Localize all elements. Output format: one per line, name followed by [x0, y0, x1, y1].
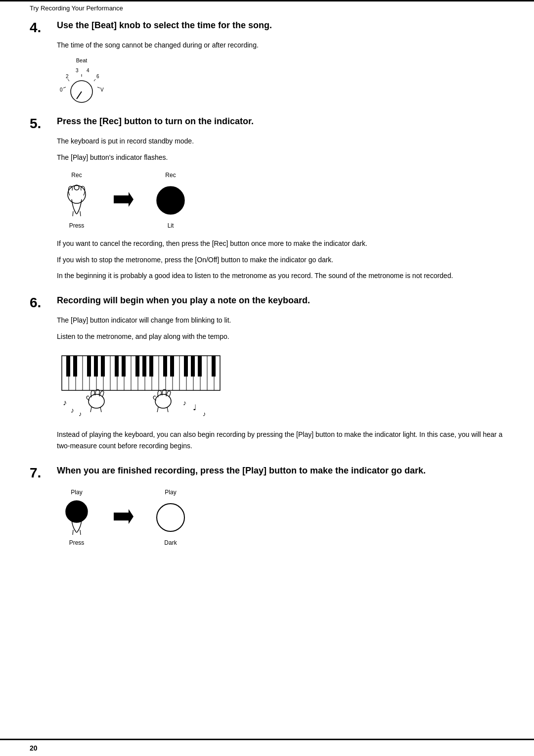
beat-knob-svg: 0 2 3 4 6 V: [57, 64, 106, 104]
press-label-play: Press: [69, 539, 85, 546]
left-hand-icon: [87, 389, 104, 412]
svg-rect-55: [184, 356, 188, 377]
step7-row: 7. When you are finished recording, pres…: [30, 465, 504, 480]
play-arrow-svg: [111, 507, 136, 526]
play-arrow-icon: [111, 507, 136, 528]
step6-text2: Listen to the metronome, and play along …: [57, 331, 504, 342]
step7-number: 7.: [30, 465, 57, 480]
step5-number: 5.: [30, 116, 57, 131]
svg-point-62: [155, 394, 171, 408]
svg-text:♪: ♪: [79, 410, 82, 418]
svg-line-12: [97, 87, 100, 88]
press-label-left: Press: [69, 222, 85, 229]
svg-line-8: [63, 87, 66, 88]
svg-rect-48: [115, 356, 119, 377]
section-step6: 6. Recording will begin when you play a …: [30, 295, 504, 451]
step7-body: Play Press: [57, 489, 504, 546]
svg-text:2: 2: [66, 74, 69, 79]
svg-point-71: [66, 501, 88, 522]
svg-line-15: [73, 211, 73, 216]
keyboard-svg: ♪ ♪ ♪ ♪ ♩ ♪: [57, 351, 225, 420]
step4-body: The time of the song cannot be changed d…: [57, 40, 504, 102]
keyboard-container: ♪ ♪ ♪ ♪ ♩ ♪: [57, 351, 504, 420]
step5-row: 5. Press the [Rec] button to turn on the…: [30, 116, 504, 131]
svg-point-13: [68, 186, 86, 203]
bottom-bar: 20: [0, 739, 534, 756]
svg-rect-47: [101, 356, 105, 377]
svg-rect-50: [135, 356, 139, 377]
svg-line-11: [94, 79, 95, 81]
rec-lit-group: Rec Lit: [151, 172, 190, 229]
main-content: 4. Use the [Beat] knob to select the tim…: [0, 15, 534, 590]
svg-rect-45: [87, 356, 91, 377]
svg-marker-74: [114, 509, 134, 524]
svg-point-75: [157, 504, 184, 531]
svg-line-16: [80, 211, 81, 216]
svg-line-72: [73, 530, 73, 535]
step6-heading: Recording will begin when you play a not…: [57, 295, 310, 306]
svg-text:4: 4: [87, 68, 89, 73]
svg-text:♪: ♪: [63, 398, 67, 407]
knob-wrapper: Beat 0 2 3 4 6 V: [57, 57, 106, 102]
svg-text:6: 6: [96, 74, 99, 79]
svg-point-19: [160, 189, 181, 211]
svg-rect-57: [198, 356, 202, 377]
svg-line-73: [80, 530, 81, 535]
rec-lit-svg: [151, 181, 190, 220]
page-number: 20: [30, 744, 38, 752]
rec-label-right: Rec: [165, 172, 176, 179]
arrow-icon: [111, 189, 136, 211]
rec-illustration: Rec: [57, 172, 504, 229]
step4-row: 4. Use the [Beat] knob to select the tim…: [30, 20, 504, 35]
arrow-svg: [111, 189, 136, 209]
svg-rect-49: [122, 356, 126, 377]
step5-text1: The keyboard is put in record standby mo…: [57, 136, 504, 146]
svg-text:♩: ♩: [193, 403, 197, 412]
step6-text1: The [Play] button indicator will change …: [57, 315, 504, 326]
step4-number: 4.: [30, 20, 57, 35]
play-press-svg: [57, 498, 96, 537]
svg-rect-44: [73, 356, 77, 377]
svg-rect-58: [212, 356, 216, 377]
top-bar: Try Recording Your Performance: [0, 0, 534, 15]
play-dark-svg: [151, 498, 190, 537]
step4-heading: Use the [Beat] knob to select the time f…: [57, 20, 272, 31]
step6-number: 6.: [30, 295, 57, 310]
step5-body: The keyboard is put in record standby mo…: [57, 136, 504, 281]
section-step7: 7. When you are finished recording, pres…: [30, 465, 504, 546]
svg-rect-53: [163, 356, 167, 377]
play-illustration: Play Press: [57, 489, 504, 546]
svg-rect-51: [142, 356, 146, 377]
svg-line-60: [90, 407, 91, 412]
svg-line-64: [167, 407, 168, 412]
svg-rect-20: [62, 356, 220, 390]
play-press-group: Play Press: [57, 489, 96, 546]
svg-text:♪: ♪: [203, 410, 206, 418]
svg-text:3: 3: [76, 68, 79, 73]
play-label-right: Play: [165, 489, 176, 496]
step4-text: The time of the song cannot be changed d…: [57, 40, 504, 50]
svg-rect-52: [149, 356, 153, 377]
svg-rect-43: [66, 356, 70, 377]
step7-heading: When you are finished recording, press t…: [57, 465, 426, 476]
top-bar-text: Try Recording Your Performance: [30, 4, 123, 12]
svg-text:V: V: [100, 87, 104, 93]
play-dark-group: Play Dark: [151, 489, 190, 546]
svg-text:♪: ♪: [71, 406, 74, 414]
svg-line-7: [77, 92, 82, 99]
page-container: Try Recording Your Performance 4. Use th…: [0, 0, 534, 756]
beat-knob-container: Beat 0 2 3 4 6 V: [57, 57, 504, 102]
svg-point-59: [89, 394, 104, 408]
step5-extra3: In the beginning it is probably a good i…: [57, 270, 504, 281]
step6-extra1: Instead of playing the keyboard, you can…: [57, 429, 504, 451]
svg-rect-54: [170, 356, 174, 377]
dark-label: Dark: [164, 539, 177, 546]
step6-body: The [Play] button indicator will change …: [57, 315, 504, 451]
section-step4: 4. Use the [Beat] knob to select the tim…: [30, 20, 504, 102]
rec-press-group: Rec: [57, 172, 96, 229]
svg-line-9: [68, 79, 69, 81]
rec-label-left: Rec: [71, 172, 82, 179]
rec-press-svg: [57, 181, 96, 220]
right-hand-icon: [153, 389, 171, 412]
step5-extra2: If you wish to stop the metronome, press…: [57, 254, 504, 265]
